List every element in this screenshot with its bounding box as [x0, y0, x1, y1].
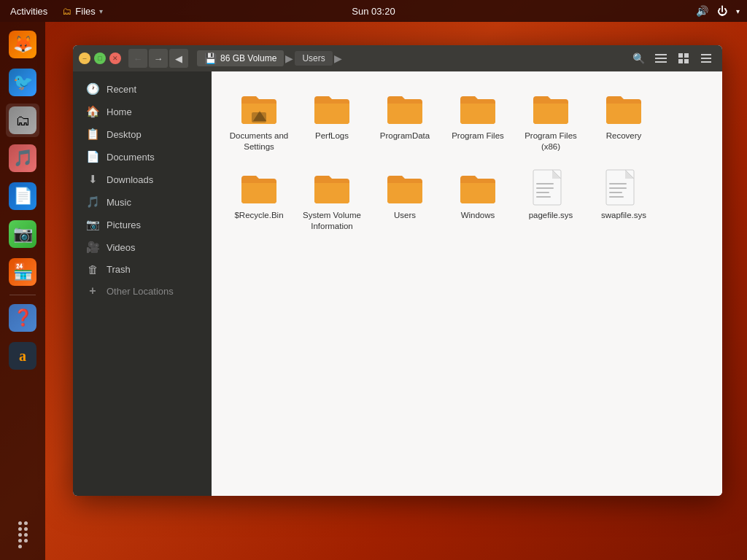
- sidebar-label-pictures: Pictures: [107, 219, 141, 230]
- file-item[interactable]: ProgramData: [372, 86, 438, 158]
- sidebar: 🕐 Recent 🏠 Home 📋 Desktop 📄 Documents ⬇ …: [73, 71, 212, 496]
- breadcrumb-separator-2: ▶: [334, 52, 342, 64]
- file-item[interactable]: Program Files (x86): [518, 86, 584, 158]
- firefox-icon: 🦊: [13, 35, 33, 54]
- svg-rect-7: [701, 54, 711, 55]
- breadcrumb-area: 💾 86 GB Volume ▶ Users ▶: [197, 50, 619, 66]
- topbar: Activities 🗂 Files ▾ Sun 03:20 🔊 ⏻ ▾: [0, 0, 747, 22]
- main-content: Documents and Settings PerfLogs: [212, 71, 722, 496]
- files-icon: 🗂: [15, 112, 30, 129]
- maximize-button[interactable]: □: [94, 52, 106, 64]
- svg-rect-24: [609, 192, 622, 193]
- folder-icon-programdata: [386, 92, 424, 127]
- sidebar-item-home[interactable]: 🏠 Home: [76, 101, 209, 122]
- folder-icon-perf: [313, 92, 351, 127]
- breadcrumb-volume[interactable]: 💾 86 GB Volume: [197, 50, 284, 66]
- music-icon: 🎵: [86, 195, 99, 209]
- list-view-button[interactable]: [651, 48, 671, 69]
- file-item[interactable]: Documents and Settings: [226, 86, 292, 158]
- breadcrumb-users[interactable]: Users: [295, 51, 332, 66]
- sidebar-label-recent: Recent: [107, 84, 136, 95]
- sidebar-label-home: Home: [107, 106, 132, 117]
- system-menu-chevron[interactable]: ▾: [736, 7, 740, 15]
- sidebar-item-videos[interactable]: 🎥 Videos: [76, 236, 209, 258]
- dock-apps-grid[interactable]: [6, 518, 39, 551]
- folder-icon-programfiles86: [532, 92, 570, 127]
- file-item[interactable]: pagefile.sys: [518, 166, 584, 238]
- search-button[interactable]: 🔍: [628, 48, 649, 69]
- breadcrumb-volume-label: 86 GB Volume: [220, 53, 276, 63]
- files-app-icon: 🗂: [62, 6, 71, 17]
- activities-button[interactable]: Activities: [7, 6, 50, 17]
- topbar-app-chevron[interactable]: ▾: [99, 7, 103, 15]
- svg-rect-17: [536, 192, 549, 193]
- sidebar-label-other-locations: Other Locations: [107, 286, 174, 297]
- topbar-right: 🔊 ⏻ ▾: [696, 5, 740, 17]
- documents-icon: 📄: [86, 150, 99, 163]
- sidebar-label-documents: Documents: [107, 152, 155, 163]
- folder-icon-docs: [240, 92, 278, 127]
- titlebar-actions: 🔍: [628, 48, 716, 69]
- sidebar-item-trash[interactable]: 🗑 Trash: [76, 259, 209, 280]
- close-button[interactable]: ✕: [109, 52, 121, 64]
- recent-icon: 🕐: [86, 82, 99, 96]
- file-item[interactable]: Users: [372, 166, 438, 238]
- file-label: swapfile.sys: [601, 210, 646, 221]
- file-label: ProgramData: [380, 131, 430, 141]
- appstore-icon: 🏪: [13, 262, 33, 281]
- file-item[interactable]: Recovery: [591, 86, 657, 158]
- sidebar-item-desktop[interactable]: 📋 Desktop: [76, 123, 209, 145]
- forward-button[interactable]: →: [149, 49, 168, 68]
- dock-files[interactable]: 🗂: [6, 104, 39, 137]
- folder-icon-recycle: [240, 171, 278, 206]
- prev-location-button[interactable]: ◀: [169, 49, 188, 68]
- other-locations-icon: +: [86, 284, 99, 298]
- dock-rhythmbox[interactable]: 🎵: [6, 141, 39, 175]
- file-item[interactable]: Program Files: [445, 86, 511, 158]
- sidebar-item-downloads[interactable]: ⬇ Downloads: [76, 168, 209, 190]
- topbar-appname: 🗂 Files ▾: [62, 6, 102, 17]
- svg-rect-0: [655, 54, 667, 55]
- menu-button[interactable]: [696, 48, 716, 69]
- back-button[interactable]: ←: [128, 49, 147, 68]
- clock-label: Sun 03:20: [352, 6, 395, 17]
- sidebar-item-music[interactable]: 🎵 Music: [76, 191, 209, 213]
- file-item[interactable]: System Volume Information: [299, 166, 365, 238]
- file-label: Recovery: [606, 131, 642, 141]
- topbar-left: Activities 🗂 Files ▾: [7, 6, 103, 17]
- grid-view-button[interactable]: [673, 48, 694, 69]
- sidebar-item-pictures[interactable]: 📷 Pictures: [76, 214, 209, 236]
- dock-firefox[interactable]: 🦊: [6, 28, 39, 61]
- dock-help[interactable]: ❓: [6, 301, 39, 335]
- sidebar-item-recent[interactable]: 🕐 Recent: [76, 78, 209, 100]
- file-item[interactable]: $Recycle.Bin: [226, 166, 292, 238]
- svg-rect-25: [609, 196, 624, 198]
- file-item[interactable]: PerfLogs: [299, 86, 365, 158]
- dock-shotwell[interactable]: 📷: [6, 217, 39, 251]
- svg-rect-9: [701, 61, 711, 63]
- dock-thunderbird[interactable]: 🐦: [6, 66, 39, 99]
- file-label: Users: [394, 210, 416, 221]
- volume-icon: 💾: [204, 52, 217, 64]
- window-body: 🕐 Recent 🏠 Home 📋 Desktop 📄 Documents ⬇ …: [73, 71, 722, 496]
- file-item[interactable]: swapfile.sys: [591, 166, 657, 238]
- home-icon: 🏠: [86, 105, 99, 118]
- trash-icon: 🗑: [86, 263, 99, 276]
- minimize-button[interactable]: –: [79, 52, 90, 64]
- file-item[interactable]: Windows: [445, 166, 511, 238]
- svg-rect-18: [536, 196, 551, 198]
- window-titlebar: – □ ✕ ← → ◀ 💾 86 GB Volume ▶ Users ▶ 🔍: [73, 45, 722, 71]
- volume-icon[interactable]: 🔊: [696, 5, 708, 17]
- svg-rect-3: [678, 53, 683, 58]
- files-grid: Documents and Settings PerfLogs: [226, 86, 708, 238]
- folder-icon-sysvolinfo: [313, 171, 351, 206]
- dock-libreoffice[interactable]: 📄: [6, 179, 39, 213]
- apps-grid-icon: [15, 518, 31, 551]
- sidebar-item-documents[interactable]: 📄 Documents: [76, 146, 209, 168]
- svg-rect-23: [609, 187, 627, 189]
- dock-appstore[interactable]: 🏪: [6, 255, 39, 289]
- dock-amazon[interactable]: a: [6, 339, 39, 373]
- sidebar-item-other-locations[interactable]: + Other Locations: [76, 281, 209, 301]
- power-icon[interactable]: ⏻: [717, 5, 727, 17]
- help-icon: ❓: [13, 308, 33, 327]
